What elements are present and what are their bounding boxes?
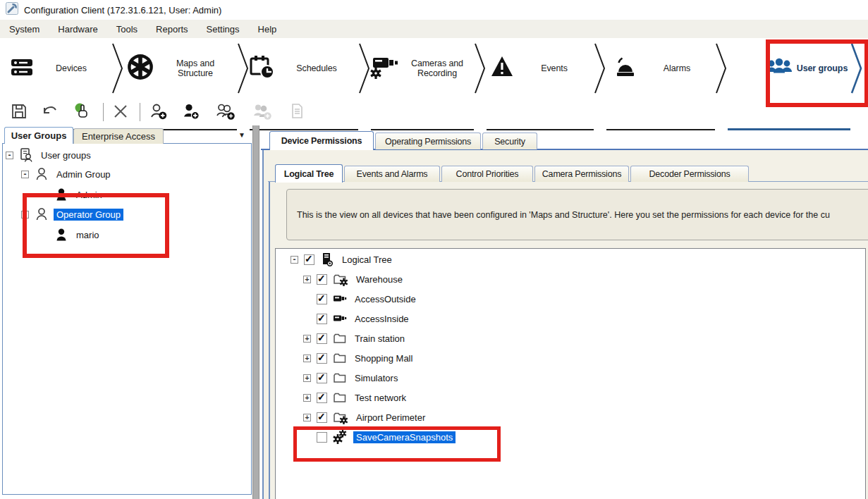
tree-row-save-camera-snapshots[interactable]: SaveCameraSnapshots <box>303 427 456 447</box>
folder-icon <box>333 331 347 345</box>
nav-tab-maps-structure[interactable]: Maps and Structure <box>127 42 237 94</box>
nav-tab-alarms[interactable]: Alarms <box>612 42 715 94</box>
tab-security[interactable]: Security <box>482 133 537 149</box>
site-folder-icon <box>333 272 348 286</box>
tree-row-warehouse[interactable]: + Warehouse <box>303 269 405 289</box>
toolbar-separator <box>140 103 140 121</box>
nav-tab-devices[interactable]: Devices <box>10 42 109 94</box>
subtab-decoder-permissions[interactable]: Decoder Permissions <box>630 166 749 182</box>
tab-device-permissions[interactable]: Device Permissions <box>269 131 374 150</box>
new-dual-authorization-group-button[interactable] <box>216 102 236 122</box>
tab-user-groups[interactable]: User Groups <box>4 127 73 144</box>
subtab-logical-tree[interactable]: Logical Tree <box>275 164 343 183</box>
expander-icon[interactable]: - <box>291 256 298 264</box>
tree-label: Warehouse <box>353 273 405 285</box>
subtab-control-priorities-label: Control Priorities <box>456 169 519 179</box>
expander-icon[interactable]: + <box>303 394 311 402</box>
tab-operating-permissions[interactable]: Operating Permissions <box>375 133 481 149</box>
tree-label: mario <box>73 229 102 241</box>
chevron-separator-icon <box>474 42 487 94</box>
nav-underline-active <box>728 128 850 130</box>
tree-row-logical-tree[interactable]: - Logical Tree <box>291 250 395 269</box>
checkbox-checked[interactable] <box>304 254 314 265</box>
user-groups-icon <box>764 56 794 80</box>
expander-icon[interactable]: + <box>303 276 311 283</box>
tree-label: Admin <box>73 189 105 201</box>
save-button[interactable] <box>10 102 30 122</box>
expander-icon[interactable]: - <box>21 171 29 178</box>
description-text: This is the view on all devices that hav… <box>287 210 830 220</box>
tree-row-access-outside[interactable]: AccessOutside <box>303 289 419 309</box>
checkbox-unchecked[interactable] <box>317 432 327 443</box>
menu-settings[interactable]: Settings <box>197 20 249 38</box>
tree-row-test-network[interactable]: + Test network <box>303 388 409 407</box>
panel-splitter[interactable] <box>252 125 259 499</box>
tree-row-shopping-mall[interactable]: + Shopping Mall <box>303 348 415 368</box>
tab-enterprise-access[interactable]: Enterprise Access <box>73 128 164 144</box>
tree-label: AccessInside <box>352 313 412 325</box>
subtab-events-and-alarms-label: Events and Alarms <box>357 169 428 179</box>
nav-underline <box>371 129 474 130</box>
tab-list-dropdown-icon[interactable]: ▼ <box>238 131 245 139</box>
expander-icon[interactable]: + <box>303 355 311 362</box>
new-dual-authorization-user-button-disabled <box>252 102 272 122</box>
nav-label-schedules: Schedules <box>275 63 358 73</box>
subtab-camera-permissions-label: Camera Permissions <box>542 169 621 179</box>
new-user-group-button[interactable] <box>149 102 169 122</box>
wrench-app-icon <box>6 2 18 18</box>
maps-structure-icon <box>127 54 154 83</box>
user-groups-tree-panel <box>2 143 252 495</box>
checkbox-checked[interactable] <box>317 412 327 423</box>
checkbox-checked[interactable] <box>317 373 327 383</box>
tree-label: Logical Tree <box>339 254 395 266</box>
nav-label-user-groups: User groups <box>794 63 850 73</box>
menu-tools[interactable]: Tools <box>107 20 147 38</box>
menu-help[interactable]: Help <box>249 20 286 38</box>
checkbox-checked[interactable] <box>317 314 327 324</box>
expander-icon[interactable]: - <box>21 211 29 218</box>
menu-system[interactable]: System <box>0 20 49 38</box>
site-folder-icon <box>333 410 348 424</box>
schedules-icon <box>248 54 275 82</box>
subtab-decoder-permissions-label: Decoder Permissions <box>649 169 731 179</box>
tree-row-user-groups[interactable]: - User groups <box>6 145 94 165</box>
menu-hardware[interactable]: Hardware <box>49 20 106 38</box>
nav-tab-user-groups[interactable]: User groups <box>764 42 850 94</box>
expander-icon[interactable]: - <box>6 152 13 159</box>
tree-row-operator-group[interactable]: - Operator Group <box>21 204 123 224</box>
toolbar <box>0 99 868 125</box>
camera-icon <box>333 292 347 306</box>
new-user-button[interactable] <box>182 102 202 122</box>
nav-label-cameras-recording: Cameras and Recording <box>401 58 474 79</box>
tree-row-train-station[interactable]: + Train station <box>303 328 408 348</box>
subtab-camera-permissions[interactable]: Camera Permissions <box>534 166 629 182</box>
tree-label-selected: Operator Group <box>54 209 123 221</box>
expander-icon[interactable]: + <box>303 374 311 382</box>
menu-reports[interactable]: Reports <box>147 20 197 38</box>
tree-row-access-inside[interactable]: AccessInside <box>303 309 412 328</box>
tree-row-simulators[interactable]: + Simulators <box>303 368 401 388</box>
subtab-logical-tree-label: Logical Tree <box>284 169 334 179</box>
tree-label: Admin Group <box>54 168 114 180</box>
tree-row-mario[interactable]: mario <box>41 225 102 245</box>
checkbox-checked[interactable] <box>317 353 327 364</box>
checkbox-checked[interactable] <box>317 294 327 304</box>
tree-row-airport-perimeter[interactable]: + Airport Perimeter <box>303 407 428 427</box>
subtab-control-priorities[interactable]: Control Priorities <box>441 166 533 182</box>
checkbox-checked[interactable] <box>317 274 327 285</box>
delete-button[interactable] <box>111 102 131 122</box>
nav-tab-schedules[interactable]: Schedules <box>248 42 358 94</box>
undo-button[interactable] <box>41 102 61 122</box>
subtab-events-and-alarms[interactable]: Events and Alarms <box>344 166 440 182</box>
nav-tab-cameras-recording[interactable]: Cameras and Recording <box>369 42 474 94</box>
tree-row-admin[interactable]: Admin <box>41 185 105 204</box>
checkbox-checked[interactable] <box>317 333 327 344</box>
nav-label-events: Events <box>515 63 594 73</box>
expander-icon[interactable]: + <box>303 414 311 421</box>
nav-underline <box>250 129 358 130</box>
tree-row-admin-group[interactable]: - Admin Group <box>21 164 114 184</box>
checkbox-checked[interactable] <box>317 393 327 403</box>
nav-tab-events[interactable]: Events <box>489 42 594 94</box>
activate-changes-button[interactable] <box>73 102 93 122</box>
expander-icon[interactable]: + <box>303 335 311 343</box>
